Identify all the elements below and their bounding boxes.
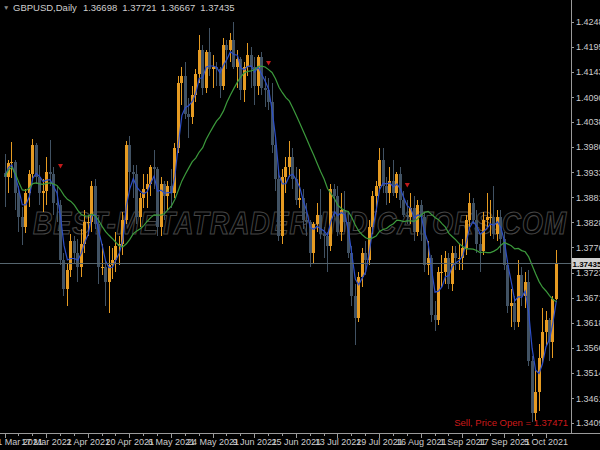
ohlc-low: 1.36667 xyxy=(161,2,195,13)
candle-body xyxy=(45,172,48,191)
candle-body xyxy=(166,186,169,196)
candle-body xyxy=(486,217,489,219)
candle-body xyxy=(406,215,409,217)
candle-body xyxy=(187,114,190,116)
candle-body xyxy=(66,270,69,289)
candle-body xyxy=(180,76,183,83)
candle-body xyxy=(73,241,76,253)
candle-body xyxy=(316,215,319,225)
y-axis-label: 1.41950 xyxy=(576,42,600,52)
x-axis-label: 5 Oct 2021 xyxy=(524,437,568,447)
candle-body xyxy=(364,253,367,260)
candle-body xyxy=(382,160,385,186)
y-axis-label: 1.38280 xyxy=(576,218,600,228)
y-axis-label: 1.37230 xyxy=(576,268,600,278)
candle-body xyxy=(354,296,357,318)
x-axis-label: 13 Jul 2021 xyxy=(315,437,362,447)
y-axis-label: 1.38810 xyxy=(576,193,600,203)
y-axis-label: 1.35140 xyxy=(576,368,600,378)
candle-body xyxy=(101,267,104,268)
candle-body xyxy=(472,203,475,220)
candle-body xyxy=(24,193,27,226)
candle-body xyxy=(250,55,253,67)
candle-body xyxy=(264,88,267,90)
candle-body xyxy=(319,215,322,234)
candle-body xyxy=(375,186,378,196)
candle-body xyxy=(437,272,440,320)
y-axis-label: 1.40900 xyxy=(576,93,600,103)
y-axis-label: 1.35660 xyxy=(576,343,600,353)
x-axis-label: 17 Sep 2021 xyxy=(479,437,530,447)
candle-body xyxy=(555,263,558,298)
candle-body xyxy=(402,200,405,214)
candle-body xyxy=(246,55,249,67)
candle-body xyxy=(447,258,450,284)
y-axis-label: 1.36710 xyxy=(576,293,600,303)
chart-collapse-icon[interactable]: ▼ xyxy=(3,4,9,11)
y-axis-label: 1.39860 xyxy=(576,142,600,152)
y-axis-label: 1.37760 xyxy=(576,243,600,253)
candle-body xyxy=(69,241,72,270)
candle-body xyxy=(277,179,280,236)
ohlc-close: 1.37435 xyxy=(200,2,234,13)
candle-body xyxy=(479,244,482,251)
chart-symbol-period: GBPUSD,Daily xyxy=(13,2,77,13)
candle-body xyxy=(288,157,291,167)
y-axis-label: 1.42480 xyxy=(576,17,600,27)
candle-body xyxy=(475,220,478,244)
candle-body xyxy=(440,272,443,273)
candle-body xyxy=(62,260,65,289)
candle-body xyxy=(534,392,537,414)
candle-body xyxy=(513,303,516,322)
y-axis-label: 1.39330 xyxy=(576,168,600,178)
candle-body xyxy=(139,198,142,217)
candle-body xyxy=(413,208,416,232)
candle-body xyxy=(128,145,131,171)
x-axis-label: 24 May 2021 xyxy=(187,437,239,447)
candle-body xyxy=(427,258,430,265)
candle-body xyxy=(538,358,541,391)
price-chart[interactable]: BEST-METATRADER-INDICATORS.COM 1.37435 1… xyxy=(0,0,600,450)
x-axis-label: 20 Apr 2021 xyxy=(106,437,155,447)
candle-body xyxy=(284,167,287,177)
candle-body xyxy=(333,189,336,196)
candle-body xyxy=(225,45,228,50)
y-axis-label: 1.36180 xyxy=(576,318,600,328)
candle-body xyxy=(482,220,485,251)
candle-body xyxy=(541,332,544,358)
candle-body xyxy=(201,50,204,88)
x-axis-label: 25 Jun 2021 xyxy=(272,437,322,447)
candle-body xyxy=(454,253,457,258)
candle-body xyxy=(42,191,45,193)
candle-body xyxy=(444,258,447,272)
candle-body xyxy=(87,222,90,223)
candle-body xyxy=(323,234,326,236)
candle-body xyxy=(21,217,24,227)
candle-body xyxy=(305,220,308,222)
candle-body xyxy=(385,186,388,193)
candle-body xyxy=(153,167,156,169)
candle-body xyxy=(10,162,13,163)
ohlc-high: 1.37721 xyxy=(122,2,156,13)
candle-body xyxy=(520,275,523,297)
y-axis-label: 1.41430 xyxy=(576,67,600,77)
candle-body xyxy=(229,40,232,50)
y-axis-label: 1.40380 xyxy=(576,117,600,127)
y-axis-label: 1.34610 xyxy=(576,394,600,404)
x-axis-label: 17 Mar 2021 xyxy=(21,437,72,447)
candle-body xyxy=(298,198,301,200)
candle-body xyxy=(35,145,38,176)
ohlc-open: 1.36698 xyxy=(83,2,117,13)
candle-body xyxy=(281,177,284,237)
candle-body xyxy=(510,303,513,305)
candle-body xyxy=(31,145,34,174)
x-axis-label: 9 Jun 2021 xyxy=(232,437,277,447)
candle-body xyxy=(378,160,381,186)
candle-body xyxy=(326,236,329,246)
y-axis-label: 1.34090 xyxy=(576,418,600,428)
candle-body xyxy=(434,315,437,320)
candle-body xyxy=(545,320,548,332)
candle-body xyxy=(531,361,534,414)
candle-body xyxy=(156,169,159,226)
candle-body xyxy=(132,172,135,174)
